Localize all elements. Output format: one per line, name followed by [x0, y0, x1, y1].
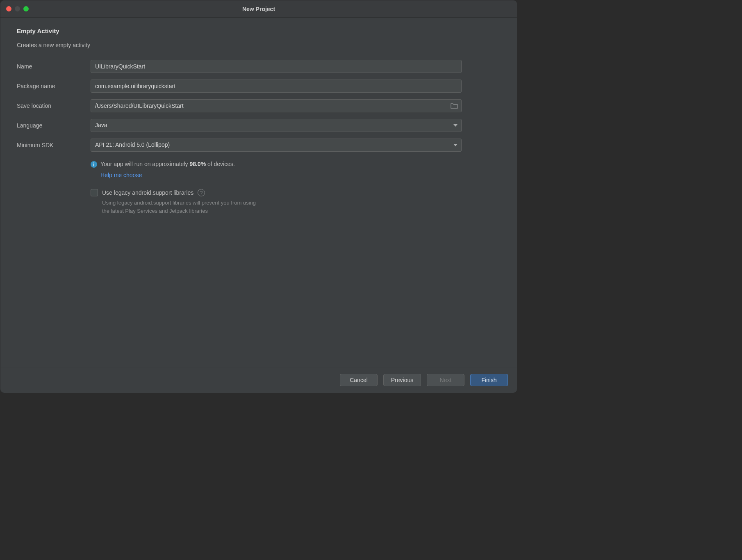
previous-button[interactable]: Previous: [383, 374, 421, 386]
row-package: Package name: [17, 80, 501, 93]
legacy-subtext-1: Using legacy android.support libraries w…: [102, 200, 256, 206]
legacy-libraries-checkbox[interactable]: [91, 189, 98, 196]
close-window-button[interactable]: [6, 6, 11, 11]
zoom-window-button[interactable]: [23, 6, 29, 11]
legacy-libraries-subtext: Using legacy android.support libraries w…: [102, 199, 315, 215]
save-location-input[interactable]: [91, 99, 462, 112]
package-label: Package name: [17, 83, 91, 89]
browse-folder-button[interactable]: [450, 102, 458, 109]
svg-rect-2: [93, 164, 94, 166]
legacy-subtext-2: the latest Play Services and Jetpack lib…: [102, 208, 208, 214]
coverage-suffix: of devices.: [206, 161, 235, 167]
min-sdk-label: Minimum SDK: [17, 142, 91, 148]
dialog-footer: Cancel Previous Next Finish: [0, 367, 517, 393]
min-sdk-select[interactable]: API 21: Android 5.0 (Lollipop): [91, 139, 462, 152]
new-project-dialog: New Project Empty Activity Creates a new…: [0, 0, 517, 393]
legacy-libraries-row: Use legacy android.support libraries ?: [91, 189, 462, 196]
language-select[interactable]: Java: [91, 119, 462, 132]
name-label: Name: [17, 63, 91, 70]
folder-icon: [451, 103, 458, 109]
help-me-choose-link[interactable]: Help me choose: [100, 172, 142, 178]
svg-point-1: [93, 162, 94, 163]
page-subtitle: Creates a new empty activity: [17, 42, 501, 48]
coverage-text: Your app will run on approximately 98.0%…: [100, 161, 235, 167]
row-min-sdk: Minimum SDK API 21: Android 5.0 (Lollipo…: [17, 139, 501, 152]
info-icon: [91, 161, 97, 168]
dialog-content: Empty Activity Creates a new empty activ…: [0, 18, 517, 367]
titlebar: New Project: [0, 0, 517, 18]
minimize-window-button[interactable]: [15, 6, 20, 11]
help-icon[interactable]: ?: [198, 189, 205, 196]
language-label: Language: [17, 122, 91, 129]
coverage-prefix: Your app will run on approximately: [100, 161, 189, 167]
page-title: Empty Activity: [17, 27, 501, 34]
legacy-libraries-label: Use legacy android.support libraries: [102, 189, 193, 196]
row-name: Name: [17, 60, 501, 73]
cancel-button[interactable]: Cancel: [340, 374, 378, 386]
row-save-location: Save location: [17, 99, 501, 112]
name-input[interactable]: [91, 60, 462, 73]
finish-button[interactable]: Finish: [470, 374, 508, 386]
window-controls: [6, 6, 29, 11]
coverage-percent: 98.0%: [189, 161, 206, 167]
save-location-label: Save location: [17, 102, 91, 109]
device-coverage-info: Your app will run on approximately 98.0%…: [91, 161, 462, 168]
next-button: Next: [427, 374, 464, 386]
device-coverage-block: Your app will run on approximately 98.0%…: [91, 158, 462, 215]
row-language: Language Java: [17, 119, 501, 132]
package-input[interactable]: [91, 80, 462, 93]
window-title: New Project: [242, 6, 275, 12]
